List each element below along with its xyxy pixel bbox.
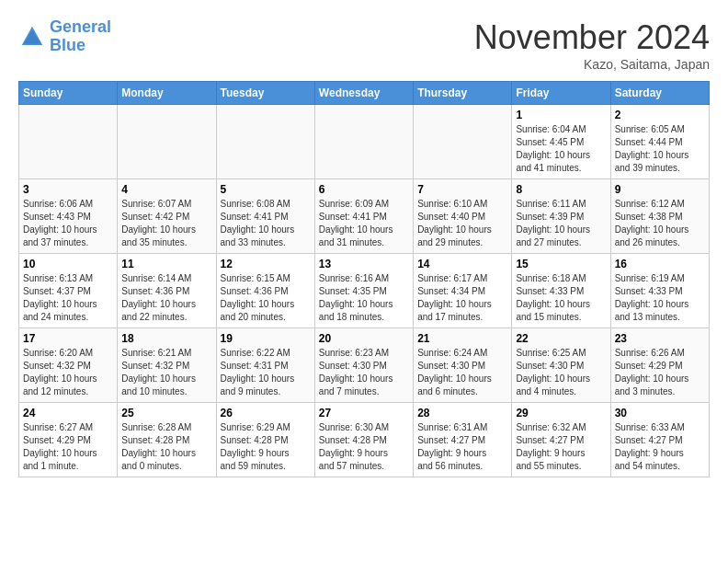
- day-number: 4: [121, 183, 211, 196]
- day-number: 18: [121, 332, 211, 345]
- day-info: Sunrise: 6:16 AM Sunset: 4:35 PM Dayligh…: [319, 272, 409, 324]
- day-number: 26: [221, 407, 311, 419]
- week-row-2: 3Sunrise: 6:06 AM Sunset: 4:43 PM Daylig…: [19, 179, 710, 254]
- calendar-cell-w2-d6: 9Sunrise: 6:12 AM Sunset: 4:38 PM Daylig…: [610, 179, 709, 254]
- day-info: Sunrise: 6:11 AM Sunset: 4:39 PM Dayligh…: [516, 198, 606, 249]
- day-info: Sunrise: 6:14 AM Sunset: 4:36 PM Dayligh…: [121, 272, 211, 324]
- day-number: 25: [121, 407, 211, 419]
- day-info: Sunrise: 6:32 AM Sunset: 4:27 PM Dayligh…: [516, 421, 606, 473]
- calendar-cell-w5-d6: 30Sunrise: 6:33 AM Sunset: 4:27 PM Dayli…: [610, 403, 709, 477]
- week-row-1: 1Sunrise: 6:04 AM Sunset: 4:45 PM Daylig…: [19, 105, 710, 179]
- calendar-cell-w5-d4: 28Sunrise: 6:31 AM Sunset: 4:27 PM Dayli…: [414, 403, 512, 477]
- day-info: Sunrise: 6:19 AM Sunset: 4:33 PM Dayligh…: [615, 272, 705, 324]
- calendar-cell-w3-d0: 10Sunrise: 6:13 AM Sunset: 4:37 PM Dayli…: [19, 254, 118, 328]
- day-number: 6: [319, 183, 409, 196]
- calendar-table: Sunday Monday Tuesday Wednesday Thursday…: [18, 81, 710, 477]
- day-number: 16: [615, 258, 705, 270]
- day-info: Sunrise: 6:24 AM Sunset: 4:30 PM Dayligh…: [417, 347, 507, 398]
- day-info: Sunrise: 6:25 AM Sunset: 4:30 PM Dayligh…: [516, 347, 606, 398]
- day-info: Sunrise: 6:07 AM Sunset: 4:42 PM Dayligh…: [121, 198, 211, 249]
- calendar-cell-w3-d6: 16Sunrise: 6:19 AM Sunset: 4:33 PM Dayli…: [610, 254, 709, 328]
- header-thursday: Thursday: [414, 82, 512, 105]
- day-number: 29: [516, 407, 606, 419]
- day-info: Sunrise: 6:13 AM Sunset: 4:37 PM Dayligh…: [23, 272, 113, 324]
- week-row-4: 17Sunrise: 6:20 AM Sunset: 4:32 PM Dayli…: [19, 328, 710, 403]
- month-title: November 2024: [474, 18, 710, 57]
- day-info: Sunrise: 6:17 AM Sunset: 4:34 PM Dayligh…: [417, 272, 507, 324]
- calendar-cell-w1-d3: [314, 105, 413, 179]
- day-info: Sunrise: 6:30 AM Sunset: 4:28 PM Dayligh…: [319, 421, 409, 473]
- calendar-cell-w4-d1: 18Sunrise: 6:21 AM Sunset: 4:32 PM Dayli…: [118, 328, 216, 403]
- location-subtitle: Kazo, Saitama, Japan: [474, 57, 710, 72]
- day-info: Sunrise: 6:31 AM Sunset: 4:27 PM Dayligh…: [417, 421, 507, 473]
- calendar-cell-w3-d1: 11Sunrise: 6:14 AM Sunset: 4:36 PM Dayli…: [118, 254, 216, 328]
- logo-text: General Blue: [50, 18, 111, 55]
- calendar-cell-w2-d3: 6Sunrise: 6:09 AM Sunset: 4:41 PM Daylig…: [314, 179, 413, 254]
- header-monday: Monday: [118, 82, 216, 105]
- day-info: Sunrise: 6:22 AM Sunset: 4:31 PM Dayligh…: [221, 347, 311, 398]
- week-row-5: 24Sunrise: 6:27 AM Sunset: 4:29 PM Dayli…: [19, 403, 710, 477]
- day-info: Sunrise: 6:33 AM Sunset: 4:27 PM Dayligh…: [615, 421, 705, 473]
- day-number: 7: [417, 183, 507, 196]
- header-friday: Friday: [512, 82, 610, 105]
- day-info: Sunrise: 6:08 AM Sunset: 4:41 PM Dayligh…: [221, 198, 311, 249]
- day-number: 19: [221, 332, 311, 345]
- day-info: Sunrise: 6:21 AM Sunset: 4:32 PM Dayligh…: [121, 347, 211, 398]
- calendar-cell-w3-d4: 14Sunrise: 6:17 AM Sunset: 4:34 PM Dayli…: [414, 254, 512, 328]
- calendar-cell-w3-d2: 12Sunrise: 6:15 AM Sunset: 4:36 PM Dayli…: [216, 254, 314, 328]
- day-info: Sunrise: 6:29 AM Sunset: 4:28 PM Dayligh…: [221, 421, 311, 473]
- day-number: 20: [319, 332, 409, 345]
- day-number: 24: [23, 407, 113, 419]
- day-number: 10: [23, 258, 113, 270]
- day-info: Sunrise: 6:26 AM Sunset: 4:29 PM Dayligh…: [615, 347, 705, 398]
- calendar-cell-w4-d3: 20Sunrise: 6:23 AM Sunset: 4:30 PM Dayli…: [314, 328, 413, 403]
- calendar-cell-w3-d5: 15Sunrise: 6:18 AM Sunset: 4:33 PM Dayli…: [512, 254, 610, 328]
- day-info: Sunrise: 6:15 AM Sunset: 4:36 PM Dayligh…: [221, 272, 311, 324]
- calendar-cell-w5-d5: 29Sunrise: 6:32 AM Sunset: 4:27 PM Dayli…: [512, 403, 610, 477]
- calendar-cell-w5-d2: 26Sunrise: 6:29 AM Sunset: 4:28 PM Dayli…: [216, 403, 314, 477]
- calendar-cell-w4-d5: 22Sunrise: 6:25 AM Sunset: 4:30 PM Dayli…: [512, 328, 610, 403]
- day-info: Sunrise: 6:09 AM Sunset: 4:41 PM Dayligh…: [319, 198, 409, 249]
- day-number: 13: [319, 258, 409, 270]
- calendar-cell-w4-d4: 21Sunrise: 6:24 AM Sunset: 4:30 PM Dayli…: [414, 328, 512, 403]
- day-info: Sunrise: 6:18 AM Sunset: 4:33 PM Dayligh…: [516, 272, 606, 324]
- logo-line1: General: [50, 17, 111, 36]
- day-info: Sunrise: 6:10 AM Sunset: 4:40 PM Dayligh…: [417, 198, 507, 249]
- day-number: 30: [615, 407, 705, 419]
- calendar-cell-w1-d2: [216, 105, 314, 179]
- calendar-cell-w1-d4: [414, 105, 512, 179]
- calendar-cell-w3-d3: 13Sunrise: 6:16 AM Sunset: 4:35 PM Dayli…: [314, 254, 413, 328]
- day-info: Sunrise: 6:23 AM Sunset: 4:30 PM Dayligh…: [319, 347, 409, 398]
- header-tuesday: Tuesday: [216, 82, 314, 105]
- calendar-cell-w2-d0: 3Sunrise: 6:06 AM Sunset: 4:43 PM Daylig…: [19, 179, 118, 254]
- calendar-cell-w5-d3: 27Sunrise: 6:30 AM Sunset: 4:28 PM Dayli…: [314, 403, 413, 477]
- day-number: 27: [319, 407, 409, 419]
- day-number: 21: [417, 332, 507, 345]
- header-sunday: Sunday: [19, 82, 118, 105]
- calendar-cell-w1-d0: [19, 105, 118, 179]
- title-block: November 2024 Kazo, Saitama, Japan: [474, 18, 710, 72]
- day-number: 2: [615, 109, 705, 121]
- day-number: 22: [516, 332, 606, 345]
- calendar-cell-w1-d6: 2Sunrise: 6:05 AM Sunset: 4:44 PM Daylig…: [610, 105, 709, 179]
- day-number: 9: [615, 183, 705, 196]
- logo-line2: Blue: [50, 36, 85, 54]
- day-number: 3: [23, 183, 113, 196]
- header-wednesday: Wednesday: [314, 82, 413, 105]
- calendar-cell-w4-d6: 23Sunrise: 6:26 AM Sunset: 4:29 PM Dayli…: [610, 328, 709, 403]
- day-number: 5: [221, 183, 311, 196]
- calendar-cell-w2-d2: 5Sunrise: 6:08 AM Sunset: 4:41 PM Daylig…: [216, 179, 314, 254]
- day-info: Sunrise: 6:28 AM Sunset: 4:28 PM Dayligh…: [121, 421, 211, 473]
- calendar-cell-w5-d0: 24Sunrise: 6:27 AM Sunset: 4:29 PM Dayli…: [19, 403, 118, 477]
- header-saturday: Saturday: [610, 82, 709, 105]
- calendar-cell-w2-d5: 8Sunrise: 6:11 AM Sunset: 4:39 PM Daylig…: [512, 179, 610, 254]
- logo-icon: [18, 23, 46, 51]
- day-info: Sunrise: 6:27 AM Sunset: 4:29 PM Dayligh…: [23, 421, 113, 473]
- day-number: 14: [417, 258, 507, 270]
- calendar-cell-w4-d2: 19Sunrise: 6:22 AM Sunset: 4:31 PM Dayli…: [216, 328, 314, 403]
- calendar-cell-w1-d5: 1Sunrise: 6:04 AM Sunset: 4:45 PM Daylig…: [512, 105, 610, 179]
- day-info: Sunrise: 6:04 AM Sunset: 4:45 PM Dayligh…: [516, 123, 606, 175]
- logo: General Blue: [18, 18, 111, 55]
- svg-marker-1: [24, 29, 40, 43]
- day-number: 28: [417, 407, 507, 419]
